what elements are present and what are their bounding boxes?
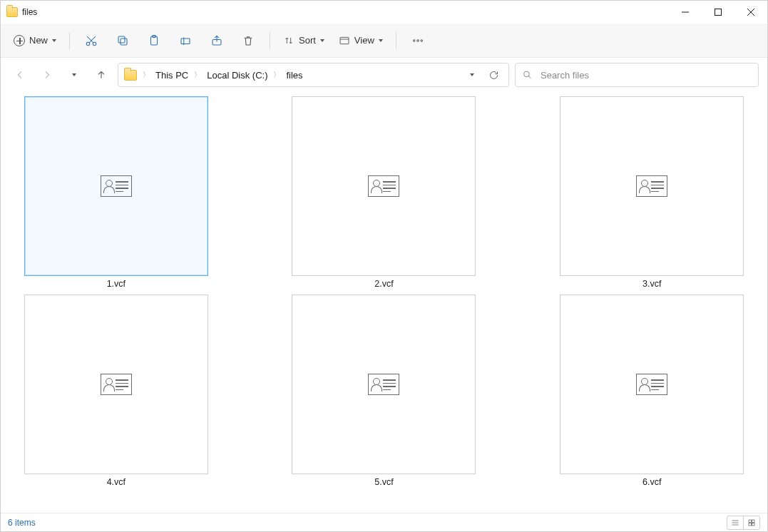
delete-button[interactable]	[234, 28, 262, 53]
chevron-right-icon: 〉	[272, 70, 282, 80]
chevron-down-icon	[72, 73, 76, 76]
cut-button[interactable]	[77, 28, 106, 53]
window-title: files	[22, 7, 37, 17]
file-name: 4.vcf	[107, 477, 126, 487]
plus-icon	[14, 35, 25, 46]
address-bar[interactable]: 〉 This PC 〉 Local Disk (C:) 〉 files	[118, 63, 509, 87]
breadcrumb-item[interactable]: This PC	[155, 70, 188, 81]
file-item[interactable]: 6.vcf	[546, 295, 757, 493]
sort-button-label: Sort	[299, 35, 316, 46]
item-count: 6 items	[8, 518, 36, 528]
back-button[interactable]	[9, 64, 31, 86]
breadcrumb-item[interactable]: files	[286, 70, 302, 81]
contact-card-icon	[101, 175, 132, 197]
thumbnails-view-button[interactable]	[743, 516, 760, 530]
view-button-label: View	[354, 35, 374, 46]
recent-locations-button[interactable]	[63, 64, 85, 86]
title-bar: files	[1, 1, 767, 24]
view-switch	[727, 516, 760, 530]
svg-rect-25	[749, 520, 752, 523]
svg-point-17	[413, 39, 414, 41]
chevron-down-icon	[379, 39, 383, 42]
sort-button[interactable]: Sort	[277, 28, 330, 53]
file-name: 1.vcf	[107, 279, 126, 289]
svg-line-21	[528, 76, 531, 78]
share-button[interactable]	[203, 28, 231, 53]
svg-point-19	[421, 39, 422, 41]
close-button[interactable]	[734, 1, 767, 24]
svg-rect-9	[118, 36, 125, 43]
file-grid[interactable]: 1.vcf2.vcf3.vcf4.vcf5.vcf6.vcf	[1, 92, 767, 513]
nav-row: 〉 This PC 〉 Local Disk (C:) 〉 files	[1, 58, 767, 92]
contact-card-icon	[636, 175, 667, 197]
search-input[interactable]	[539, 69, 751, 81]
file-item[interactable]: 1.vcf	[11, 96, 222, 295]
file-name: 5.vcf	[374, 477, 393, 487]
file-thumbnail	[292, 295, 476, 474]
file-name: 3.vcf	[642, 279, 661, 289]
svg-rect-8	[121, 39, 127, 45]
details-view-button[interactable]	[727, 516, 744, 530]
file-item[interactable]: 3.vcf	[546, 96, 757, 295]
file-thumbnail	[24, 295, 208, 474]
svg-rect-15	[340, 37, 349, 44]
file-thumbnail	[24, 96, 208, 276]
maximize-button[interactable]	[702, 1, 734, 24]
paste-button[interactable]	[140, 28, 168, 53]
breadcrumb: 〉 This PC 〉 Local Disk (C:) 〉 files	[141, 70, 303, 81]
file-name: 2.vcf	[374, 279, 393, 289]
toolbar-separator	[69, 32, 70, 49]
status-bar: 6 items	[1, 513, 767, 531]
file-thumbnail	[560, 96, 744, 276]
search-box[interactable]	[515, 63, 759, 87]
window-controls	[669, 1, 767, 24]
contact-card-icon	[636, 374, 667, 395]
more-button[interactable]	[404, 28, 432, 53]
contact-card-icon	[368, 175, 399, 197]
toolbar-separator	[270, 32, 270, 49]
folder-icon	[6, 7, 18, 17]
file-name: 6.vcf	[642, 477, 661, 487]
folder-icon	[124, 70, 137, 81]
toolbar-separator	[396, 32, 396, 49]
copy-button[interactable]	[108, 28, 137, 53]
svg-rect-28	[752, 523, 755, 526]
toolbar: New	[1, 24, 767, 58]
view-button[interactable]: View	[333, 28, 389, 53]
file-item[interactable]: 2.vcf	[279, 96, 490, 295]
chevron-right-icon: 〉	[193, 70, 203, 80]
minimize-button[interactable]	[669, 1, 702, 24]
up-button[interactable]	[91, 64, 112, 86]
chevron-right-icon: 〉	[141, 70, 151, 80]
contact-card-icon	[368, 374, 399, 395]
address-dropdown[interactable]	[461, 73, 483, 76]
refresh-button[interactable]	[483, 70, 504, 81]
file-thumbnail	[292, 96, 476, 276]
new-button[interactable]: New	[8, 28, 62, 53]
svg-rect-1	[715, 9, 722, 16]
file-item[interactable]: 5.vcf	[279, 295, 490, 493]
search-icon	[523, 70, 532, 80]
contact-card-icon	[101, 374, 132, 395]
file-item[interactable]: 4.vcf	[11, 295, 222, 493]
file-thumbnail	[560, 295, 744, 474]
new-button-label: New	[29, 35, 48, 46]
forward-button[interactable]	[36, 64, 58, 86]
svg-rect-12	[181, 39, 190, 44]
chevron-down-icon	[320, 39, 324, 42]
svg-point-18	[417, 39, 419, 41]
svg-rect-27	[749, 523, 752, 526]
svg-rect-26	[752, 520, 755, 523]
chevron-down-icon	[470, 73, 474, 76]
svg-point-20	[524, 71, 530, 77]
breadcrumb-item[interactable]: Local Disk (C:)	[207, 70, 267, 81]
explorer-window: files New	[0, 0, 768, 532]
rename-button[interactable]	[171, 28, 200, 53]
chevron-down-icon	[52, 39, 56, 42]
